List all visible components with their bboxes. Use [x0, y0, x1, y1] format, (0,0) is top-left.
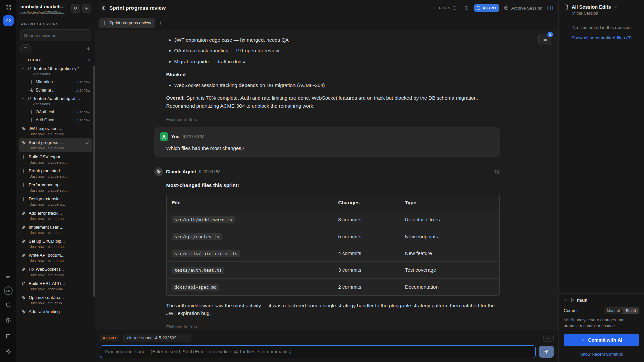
model-selector[interactable]: claude-sonnet-4-5-202509...: [123, 334, 191, 342]
table-row: src/auth/middleware.ts 8 commits Refacto…: [167, 211, 499, 228]
commit-mode-manual[interactable]: Manual: [604, 308, 623, 314]
finished-status: Finished in 3ms: [166, 117, 500, 122]
help-icon: [6, 318, 11, 323]
chat-scroll-area[interactable]: JWT expiration edge case — fix merged, n…: [95, 30, 558, 330]
today-group-header[interactable]: TODAY 19: [16, 56, 95, 64]
settings-button[interactable]: [3, 346, 14, 357]
agent-view-button[interactable]: AGENT: [474, 4, 499, 12]
file-path: src/utils/rateLimiter.ts: [172, 250, 240, 257]
panel-title: All Session Edits: [572, 4, 611, 10]
workspace-search-button[interactable]: [71, 4, 80, 13]
branch-group-oauth[interactable]: feature/oauth-integrati... 2 sessions: [19, 94, 92, 108]
session-list-item[interactable]: Write API docum... Just nowclaude-so...: [19, 251, 92, 265]
session-time: Just now: [30, 245, 44, 249]
hide-message-button[interactable]: [494, 169, 500, 174]
finished-status: Finished in 1ms: [166, 324, 500, 329]
session-list-item[interactable]: Fix WebSocket r... Just nowclaude-so...: [19, 265, 92, 279]
session-list-item[interactable]: Migration... Just now: [19, 78, 92, 86]
show-recent-commits-link[interactable]: Show Recent Commits: [564, 352, 639, 357]
empty-state-text: No files edited in this session: [559, 25, 644, 30]
tab-sprint-progress-review[interactable]: Sprint progress review: [99, 18, 155, 28]
session-list-item[interactable]: Set up CI/CD pip... Just nowclaude-so...: [19, 237, 92, 251]
session-list-item[interactable]: Add Goog... Just now: [19, 116, 92, 124]
feedback-button[interactable]: [3, 330, 14, 341]
agent-mode-badge[interactable]: AGENT: [100, 335, 119, 341]
show-uncommitted-link[interactable]: Show all uncommitted files (3): [559, 35, 644, 40]
session-list-item[interactable]: Schema ... Just now: [19, 86, 92, 94]
branch-sessions-count: 2 sessions: [33, 72, 90, 76]
session-label: Implement user ...: [29, 225, 90, 230]
files-view-button[interactable]: FILES: [436, 4, 459, 12]
send-icon: [544, 349, 549, 354]
branch-selector[interactable]: main: [564, 298, 639, 303]
sidebar-scrollbar[interactable]: [93, 66, 95, 297]
table-row: tests/auth.test.ts 3 commits Test covera…: [167, 262, 499, 279]
session-model: claude-o...: [48, 202, 65, 206]
session-list-item[interactable]: Break plan into L... Just nowclaude-so..…: [19, 166, 92, 180]
session-list-item[interactable]: Build CSV expor... Just nowclaude-so...: [19, 152, 92, 166]
changes-cell: 8 commits: [333, 211, 399, 228]
main-area: Sprint progress review FILES AGENT: [95, 0, 558, 362]
archive-filter-button[interactable]: [20, 44, 31, 53]
branch-group-db-migration[interactable]: feature/db-migration-v2 2 sessions: [19, 64, 92, 78]
chevron-down-icon: [21, 67, 25, 71]
session-list-item[interactable]: Optimize databa... Just nowclaude-o...: [19, 293, 92, 307]
session-model: claude-so...: [48, 217, 67, 221]
session-time: Just now: [76, 118, 90, 122]
sort-button[interactable]: [86, 46, 91, 51]
workspace-code-button[interactable]: [3, 15, 14, 26]
session-model: claude-so...: [48, 245, 67, 249]
commit-mode-segmented: Manual Smart: [604, 307, 639, 314]
commit-mode-smart[interactable]: Smart: [623, 308, 639, 314]
outline-toggle-button[interactable]: 2: [538, 34, 551, 45]
commit-with-ai-button[interactable]: Commit with AI: [564, 334, 639, 346]
table-header-row: File Changes Type: [167, 194, 499, 211]
type-cell: New endpoints: [399, 228, 499, 245]
bullet-item: OAuth callback handling — PR open for re…: [174, 47, 500, 54]
session-model: claude-so...: [48, 146, 67, 150]
session-time: Just now: [30, 160, 44, 164]
claude-icon: [22, 197, 26, 201]
session-list-item[interactable]: JWT expiration ... Just nowclaude-so...: [19, 124, 92, 138]
files-view-label: FILES: [439, 6, 450, 10]
message-input[interactable]: [100, 345, 536, 358]
session-filter-row: [20, 44, 91, 53]
new-session-button[interactable]: [82, 4, 91, 13]
new-tab-button[interactable]: [158, 21, 163, 25]
session-list-item[interactable]: Add rate limiting: [19, 307, 92, 316]
security-button[interactable]: [3, 300, 14, 310]
split-view-button[interactable]: [462, 4, 471, 12]
search-sessions-input[interactable]: [20, 29, 91, 41]
claude-avatar: [154, 167, 163, 176]
session-list-item[interactable]: Implement user ... Just nowclaude-...: [19, 223, 92, 237]
shield-icon: [6, 302, 11, 308]
composer-more-button[interactable]: ...: [543, 335, 554, 342]
session-time: Just now: [30, 132, 44, 136]
claude-icon: [101, 5, 106, 11]
claude-icon: [22, 211, 26, 215]
usage-indicator[interactable]: 3%: [4, 286, 13, 295]
message-time: 9:22:03 PM: [199, 169, 220, 174]
right-panel-toggle-button[interactable]: [547, 5, 553, 11]
file-path: tests/auth.test.ts: [172, 267, 225, 274]
session-list-item[interactable]: Build REST API t... Just nowcodex-mi...: [19, 279, 92, 293]
session-list-item-selected[interactable]: Sprint progress ... Just nowclaude-so...: [19, 138, 92, 152]
session-edits-dropdown[interactable]: All Session Edits: [564, 4, 639, 10]
session-list-item[interactable]: Design extensio... Just nowclaude-o...: [19, 194, 92, 208]
archive-session-button[interactable]: Archive Session: [504, 6, 542, 11]
session-label: Schema ...: [36, 88, 73, 93]
chat-bubble-icon: [6, 333, 11, 339]
send-button[interactable]: [539, 346, 554, 358]
session-list-item[interactable]: Add error tracki... Just nowclaude-so...: [19, 208, 92, 223]
open-session-icon[interactable]: [86, 141, 90, 145]
col-header-changes: Changes: [333, 194, 399, 211]
session-list-item[interactable]: Performance opt... Just nowclaude-so...: [19, 180, 92, 194]
tasks-button[interactable]: [3, 271, 14, 282]
plus-icon: [85, 6, 89, 10]
type-cell: New feature: [399, 245, 499, 261]
gear-icon: [6, 349, 11, 354]
session-list-item[interactable]: OAuth cal... Just now: [19, 108, 92, 116]
session-model: claude-so...: [48, 132, 67, 136]
commit-label: Commit: [564, 308, 579, 313]
help-button[interactable]: [3, 315, 14, 326]
